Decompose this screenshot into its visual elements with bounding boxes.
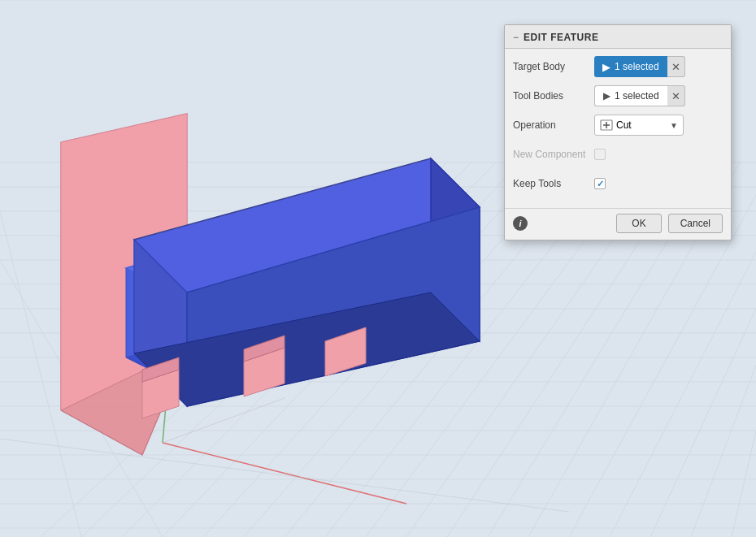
target-body-label: Target Body bbox=[513, 61, 594, 72]
operation-label: Operation bbox=[513, 119, 594, 131]
cursor-icon-blue: ▶ bbox=[602, 61, 610, 73]
target-body-clear-button[interactable]: ✕ bbox=[667, 56, 685, 77]
dialog-header: − EDIT FEATURE bbox=[505, 25, 731, 49]
new-component-checkbox bbox=[594, 149, 606, 160]
target-body-value[interactable]: ▶ 1 selected bbox=[594, 56, 667, 77]
keep-tools-checkbox[interactable] bbox=[594, 178, 606, 189]
tool-bodies-row: Tool Bodies ▶ 1 selected ✕ bbox=[513, 84, 723, 107]
target-body-row: Target Body ▶ 1 selected ✕ bbox=[513, 55, 723, 78]
dialog-body: Target Body ▶ 1 selected ✕ Tool Bodies ▶… bbox=[505, 49, 731, 208]
dialog-title: EDIT FEATURE bbox=[524, 32, 598, 43]
dialog-buttons: OK Cancel bbox=[616, 214, 723, 233]
cut-icon bbox=[600, 119, 613, 131]
ok-button[interactable]: OK bbox=[616, 214, 661, 233]
dialog-footer: i OK Cancel bbox=[505, 208, 731, 240]
info-button[interactable]: i bbox=[513, 216, 528, 231]
new-component-row: New Component bbox=[513, 143, 723, 166]
cancel-button[interactable]: Cancel bbox=[668, 214, 723, 233]
keep-tools-row: Keep Tools bbox=[513, 172, 723, 195]
tool-bodies-clear-button[interactable]: ✕ bbox=[667, 85, 685, 106]
operation-dropdown[interactable]: Cut ▼ bbox=[594, 115, 684, 136]
dialog-minus-icon: − bbox=[513, 32, 519, 43]
cursor-icon-white: ▶ bbox=[603, 90, 610, 102]
tool-bodies-value[interactable]: ▶ 1 selected bbox=[594, 85, 667, 106]
keep-tools-label: Keep Tools bbox=[513, 178, 594, 189]
new-component-label: New Component bbox=[513, 149, 594, 160]
operation-row: Operation Cut ▼ bbox=[513, 114, 723, 136]
edit-feature-dialog: − EDIT FEATURE Target Body ▶ 1 selected … bbox=[504, 24, 732, 240]
tool-bodies-label: Tool Bodies bbox=[513, 90, 594, 102]
operation-dropdown-arrow: ▼ bbox=[670, 121, 678, 130]
